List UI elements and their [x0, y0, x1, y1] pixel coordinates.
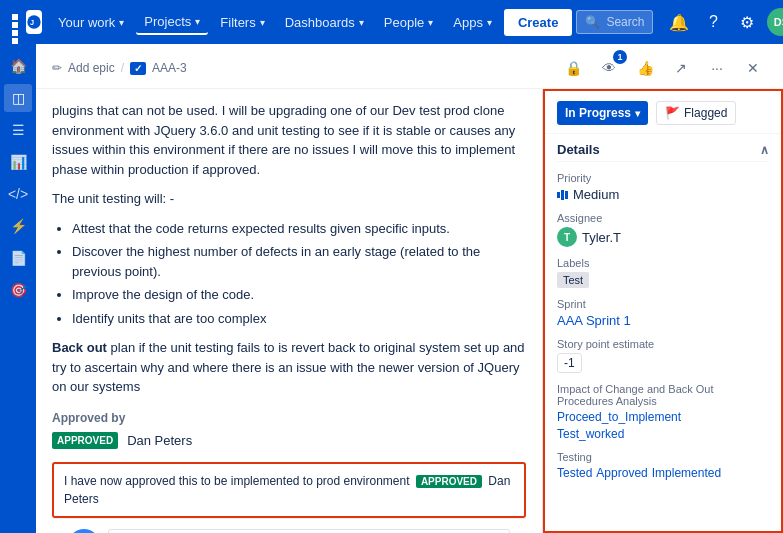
- edit-icon[interactable]: ✏: [52, 61, 62, 75]
- impact-link-2[interactable]: Test_worked: [557, 427, 769, 441]
- testing-tag-tested[interactable]: Tested: [557, 466, 592, 480]
- settings-icon[interactable]: ⚙: [733, 8, 761, 36]
- sidebar-code-icon[interactable]: </>: [4, 180, 32, 208]
- story-points-value: -1: [557, 353, 769, 373]
- sprint-row: Sprint AAA Sprint 1: [557, 298, 769, 328]
- close-icon[interactable]: ✕: [739, 54, 767, 82]
- status-chevron-icon: ▾: [635, 108, 640, 119]
- details-header-label: Details: [557, 142, 600, 157]
- sprint-label: Sprint: [557, 298, 769, 310]
- create-button[interactable]: Create: [504, 9, 572, 36]
- left-content: plugins that can not be used. I will be …: [36, 89, 543, 533]
- comment-highlight-box: I have now approved this to be implement…: [52, 462, 526, 518]
- sidebar-board-icon[interactable]: ◫: [4, 84, 32, 112]
- sidebar-integrations-icon[interactable]: ⚡: [4, 212, 32, 240]
- apps-nav[interactable]: Apps: [445, 11, 500, 34]
- impact-label: Impact of Change and Back Out Procedures…: [557, 383, 769, 407]
- approved-badge: APPROVED: [52, 432, 118, 449]
- priority-value: Medium: [557, 187, 769, 202]
- help-icon[interactable]: ?: [699, 8, 727, 36]
- approved-by-row: APPROVED Dan Peters: [52, 431, 526, 451]
- testing-row: Testing Tested Approved Implemented: [557, 451, 769, 480]
- back-out-text: Back out plan if the unit testing fails …: [52, 338, 526, 397]
- search-bar[interactable]: 🔍 Search: [576, 10, 653, 34]
- filters-nav[interactable]: Filters: [212, 11, 272, 34]
- sidebar-pages-icon[interactable]: 📄: [4, 244, 32, 272]
- approved-by-label: Approved by: [52, 409, 526, 427]
- projects-nav[interactable]: Projects: [136, 10, 208, 35]
- impact-row: Impact of Change and Back Out Procedures…: [557, 383, 769, 441]
- jira-issue-tag: ✓: [130, 62, 146, 75]
- impact-links: Proceed_to_Implement Test_worked: [557, 410, 769, 441]
- flagged-button[interactable]: 🚩 Flagged: [656, 101, 736, 125]
- lock-icon[interactable]: 🔒: [559, 54, 587, 82]
- priority-icon: [557, 190, 568, 200]
- content-split: plugins that can not be used. I will be …: [36, 89, 783, 533]
- add-epic-label: Add epic: [68, 61, 115, 75]
- comment-input-area: DS Add a comment... Pro tip: press M to …: [52, 518, 526, 533]
- sidebar-chart-icon[interactable]: 📊: [4, 148, 32, 176]
- more-options-icon[interactable]: ···: [703, 54, 731, 82]
- sidebar-list-icon[interactable]: ☰: [4, 116, 32, 144]
- notifications-icon[interactable]: 🔔: [665, 8, 693, 36]
- assignee-row: Assignee T Tyler.T: [557, 212, 769, 247]
- testing-label: Testing: [557, 451, 769, 463]
- main-area: 🏠 ◫ ☰ 📊 </> ⚡ 📄 🎯 ✏ Add epic / ✓ AAA-3 🔒…: [0, 44, 783, 533]
- dashboards-nav[interactable]: Dashboards: [277, 11, 372, 34]
- details-collapse-icon[interactable]: ∧: [760, 143, 769, 157]
- right-panel: In Progress ▾ 🚩 Flagged Details ∧: [543, 89, 783, 533]
- your-work-nav[interactable]: Your work: [50, 11, 132, 34]
- priority-row: Priority Medium: [557, 172, 769, 202]
- comment-input[interactable]: Add a comment...: [108, 529, 510, 533]
- top-navigation: J Your work Projects Filters Dashboards …: [0, 0, 783, 44]
- approved-name: Dan Peters: [127, 431, 192, 451]
- sprint-value[interactable]: AAA Sprint 1: [557, 313, 769, 328]
- bullet-list: Attest that the code returns expected re…: [72, 219, 526, 329]
- grid-icon[interactable]: [8, 10, 22, 34]
- list-item: Identify units that are too complex: [72, 309, 526, 329]
- body-text: plugins that can not be used. I will be …: [52, 101, 526, 179]
- sidebar: 🏠 ◫ ☰ 📊 </> ⚡ 📄 🎯: [0, 44, 36, 533]
- unit-testing-label: The unit testing will: -: [52, 189, 526, 209]
- testing-tag-implemented[interactable]: Implemented: [652, 466, 721, 480]
- breadcrumb: ✏ Add epic / ✓ AAA-3 🔒 👁 1 👍 ↗ ··· ✕: [36, 44, 783, 89]
- details-header: Details ∧: [557, 142, 769, 162]
- back-out-rest: plan if the unit testing fails to is rev…: [52, 340, 525, 394]
- comment-approved-badge: APPROVED: [416, 475, 482, 488]
- assignee-avatar: T: [557, 227, 577, 247]
- watch-icon[interactable]: 👁 1: [595, 54, 623, 82]
- thumbsup-icon[interactable]: 👍: [631, 54, 659, 82]
- people-nav[interactable]: People: [376, 11, 441, 34]
- jira-logo: J: [26, 10, 42, 34]
- search-placeholder: Search: [606, 15, 644, 29]
- testing-tags: Tested Approved Implemented: [557, 466, 769, 480]
- flagged-label: Flagged: [684, 106, 727, 120]
- impact-link-1[interactable]: Proceed_to_Implement: [557, 410, 769, 424]
- sidebar-goals-icon[interactable]: 🎯: [4, 276, 32, 304]
- labels-value: Test: [557, 272, 769, 288]
- testing-tag-approved[interactable]: Approved: [596, 466, 647, 480]
- status-label: In Progress: [565, 106, 631, 120]
- sidebar-home-icon[interactable]: 🏠: [4, 52, 32, 80]
- breadcrumb-sep: /: [121, 61, 124, 75]
- label-tag[interactable]: Test: [557, 272, 589, 288]
- breadcrumb-actions: 🔒 👁 1 👍 ↗ ··· ✕: [559, 54, 767, 82]
- user-avatar[interactable]: DS: [767, 8, 783, 36]
- story-box[interactable]: -1: [557, 353, 582, 373]
- share-icon[interactable]: ↗: [667, 54, 695, 82]
- assignee-value[interactable]: T Tyler.T: [557, 227, 769, 247]
- svg-text:J: J: [30, 18, 34, 27]
- comment-text: I have now approved this to be implement…: [64, 474, 410, 488]
- modal-wrapper: ✏ Add epic / ✓ AAA-3 🔒 👁 1 👍 ↗ ··· ✕ plu…: [36, 44, 783, 533]
- status-button[interactable]: In Progress ▾: [557, 101, 648, 125]
- details-section: Details ∧ Priority Medium: [545, 134, 781, 498]
- assignee-name: Tyler.T: [582, 230, 621, 245]
- story-points-row: Story point estimate -1: [557, 338, 769, 373]
- status-bar: In Progress ▾ 🚩 Flagged: [545, 91, 781, 134]
- watch-count-badge: 1: [613, 50, 627, 64]
- flag-icon: 🚩: [665, 106, 680, 120]
- labels-row: Labels Test: [557, 257, 769, 288]
- user-avatar-ds: DS: [68, 529, 100, 533]
- list-item: Improve the design of the code.: [72, 285, 526, 305]
- priority-text: Medium: [573, 187, 619, 202]
